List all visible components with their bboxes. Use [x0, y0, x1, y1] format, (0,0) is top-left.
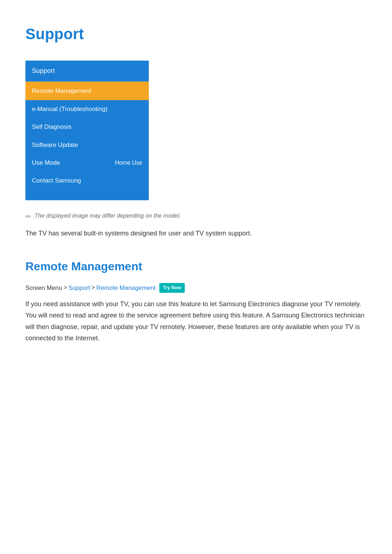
menu-item-contact-samsung[interactable]: Contact Samsung [25, 172, 149, 189]
menu-item-emanual[interactable]: e-Manual (Troubleshooting) [25, 100, 149, 118]
section-title: Remote Management [25, 257, 367, 276]
menu-item-use-mode-value: Home Use [115, 158, 142, 168]
menu-spacer [25, 189, 149, 200]
breadcrumb: Screen Menu > Support > Remote Managemen… [25, 283, 367, 293]
page-title: Support [25, 22, 367, 46]
menu-item-software-update[interactable]: Software Update [25, 136, 149, 154]
menu-header: Support [25, 61, 149, 82]
menu-item-remote-management[interactable]: Remote Management [25, 82, 149, 100]
menu-panel: Support Remote Management e-Manual (Trou… [25, 61, 149, 200]
breadcrumb-link-remote-management[interactable]: Remote Management [96, 283, 155, 293]
section-body: If you need assistance with your TV, you… [25, 299, 367, 344]
breadcrumb-separator-2: > [91, 283, 95, 292]
breadcrumb-prefix: Screen Menu [25, 283, 62, 293]
breadcrumb-link-support[interactable]: Support [68, 283, 90, 293]
note-text: The displayed image may differ depending… [34, 211, 181, 221]
main-description: The TV has several built-in systems desi… [25, 228, 367, 239]
try-now-badge[interactable]: Try Now [159, 283, 185, 293]
menu-item-use-mode[interactable]: Use Mode Home Use [25, 154, 149, 172]
menu-item-self-diagnosis[interactable]: Self Diagnosis [25, 118, 149, 136]
note-row: ✏ The displayed image may differ dependi… [25, 211, 367, 222]
breadcrumb-separator-1: > [64, 283, 67, 292]
pencil-icon: ✏ [25, 212, 31, 222]
menu-item-use-mode-label: Use Mode [32, 158, 60, 168]
